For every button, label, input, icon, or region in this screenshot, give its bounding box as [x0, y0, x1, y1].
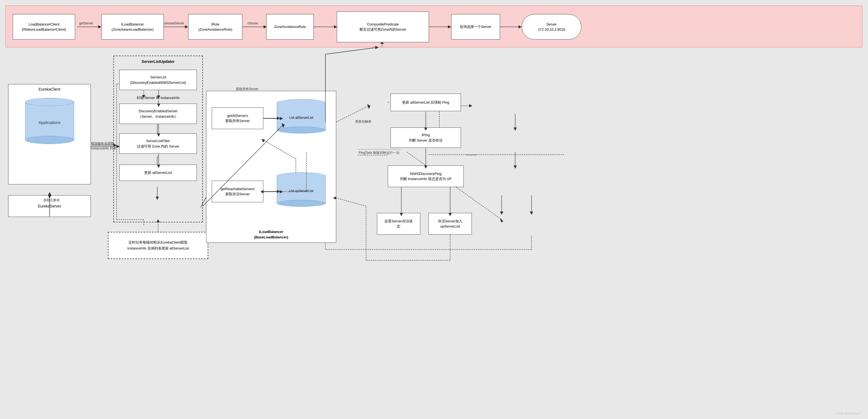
arrow-label-getserver: getServer	[79, 22, 93, 25]
svg-marker-66	[157, 103, 160, 107]
svg-line-99	[326, 48, 377, 54]
svg-marker-51	[514, 166, 517, 169]
svg-marker-55	[530, 212, 533, 215]
irule-box: IRule(ZoneAvoidanceRule)	[188, 14, 242, 39]
svg-marker-62	[500, 218, 503, 222]
iloadbalancer-top-box: ILoadBalancer(ZoneAwareLoadBalancer)	[101, 14, 164, 39]
diagram-container: getServer chooseServer choose	[0, 0, 868, 419]
update-trigger-label: 更新后触发	[355, 119, 372, 124]
applications-label: Applications	[38, 120, 60, 125]
svg-marker-9	[448, 25, 451, 28]
svg-marker-1	[98, 25, 101, 28]
iloadbalancer-internal-svg	[206, 91, 337, 243]
svg-marker-53	[500, 212, 503, 215]
iping-box: IPing判断 Server 是否存活	[391, 127, 461, 148]
svg-marker-79	[262, 139, 265, 143]
svg-marker-115	[48, 192, 51, 195]
svg-marker-47	[469, 104, 472, 108]
force-ping-box: 更新 allServerList 后强制 Ping	[391, 94, 461, 111]
niws-discovery-ping-box: NIWSDiscoveryPing判断 InstanceInfo 状态是否为 U…	[388, 166, 464, 187]
updater-internal-svg	[114, 56, 204, 223]
set-server-alive-box: 设置Server存活状态	[377, 213, 420, 235]
svg-line-94	[336, 198, 366, 206]
eureka-client-container: EurekaClient Applications	[8, 84, 91, 184]
fetch-all-servers-label: 获取所有Server	[236, 87, 258, 91]
svg-marker-64	[157, 95, 160, 99]
svg-marker-76	[277, 190, 280, 193]
arrow-label-chooseserver: chooseServer	[164, 22, 184, 25]
arrow-label-choose: choose	[248, 22, 258, 25]
timer-task-box: 定时任务每隔30秒从EurekaClient获取InstanceInfo 实例列…	[108, 232, 208, 259]
server-oval-box: Server172.20.10.2:8010	[522, 14, 581, 39]
instance-info-label: 根据服务名获取InstanceInfo 列表	[91, 141, 116, 151]
svg-marker-68	[157, 133, 160, 137]
watermark: CSDN @nending17	[835, 412, 861, 415]
svg-marker-74	[277, 117, 280, 120]
iloadbalancer-main-container: getAllServers获取所有Server getReachableServ…	[206, 91, 336, 243]
add-to-up-server-list-box: 存活Server加入upServerList	[429, 213, 472, 235]
fetch-registry-label: 抓取注册表	[43, 198, 60, 203]
zone-avoidance-box: ZoneAvoidanceRule	[266, 14, 314, 39]
server-list-updater-container: ServerListUpdater ServerList(DiscoveryEn…	[113, 56, 203, 222]
ping-task-label: ·PingTask 每隔30秒运行一次·	[358, 149, 400, 155]
svg-line-42	[326, 48, 377, 54]
eureka-client-title: EurekaClient	[8, 84, 91, 94]
lbclient-box: LoadBalancerClient(RibbonLoadBalancerCli…	[13, 14, 75, 39]
top-flow-area: getServer chooseServer choose	[5, 5, 863, 48]
svg-marker-11	[519, 25, 522, 28]
round-robin-box: 轮询选择一个Server	[451, 14, 500, 39]
svg-marker-49	[514, 127, 517, 131]
svg-marker-70	[157, 164, 160, 168]
composite-predicate-box: CompositePredicate断言过滤可用Zone内的Server	[337, 11, 429, 42]
svg-marker-81	[367, 104, 370, 109]
applications-cylinder: Applications	[25, 98, 74, 144]
svg-marker-3	[185, 25, 188, 28]
svg-line-78	[263, 140, 296, 159]
